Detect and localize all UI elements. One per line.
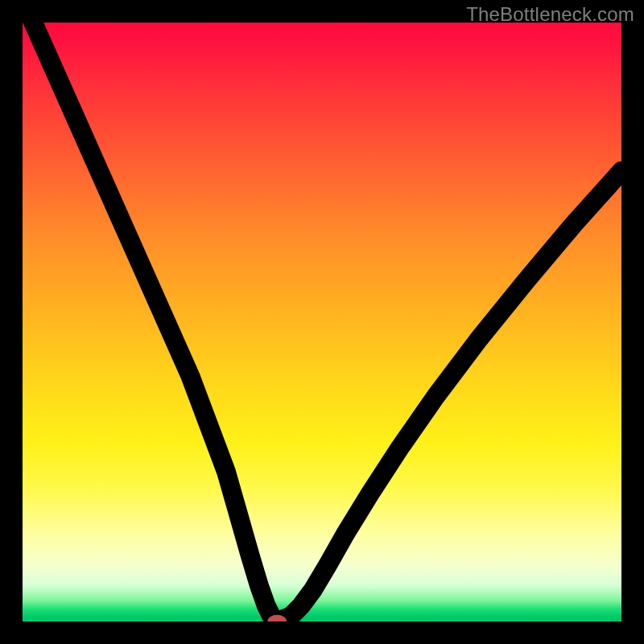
watermark-text: TheBottleneck.com bbox=[466, 3, 634, 26]
chart-frame: TheBottleneck.com bbox=[0, 0, 644, 644]
plot-area bbox=[23, 23, 621, 621]
chart-svg bbox=[23, 23, 621, 621]
bottleneck-curve bbox=[23, 23, 621, 621]
